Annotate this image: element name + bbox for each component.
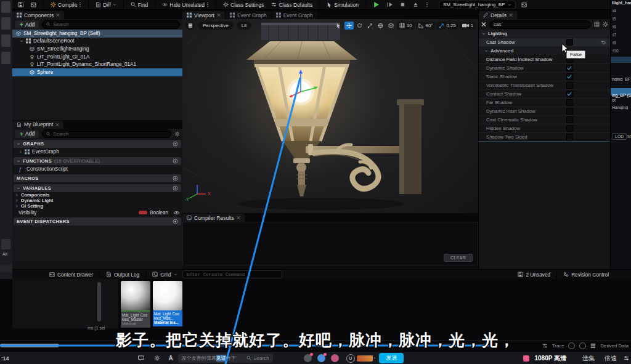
var-group-components[interactable]: Components xyxy=(12,192,182,198)
checkbox[interactable] xyxy=(566,99,573,106)
property-row[interactable]: Hidden Shadow xyxy=(479,124,611,133)
add-component-button[interactable]: Add xyxy=(15,20,39,28)
move-tool-icon[interactable] xyxy=(344,22,354,30)
debug-object-dropdown[interactable]: SM_Streetlight_hanging_BP xyxy=(439,1,516,9)
tab-details[interactable]: Details xyxy=(479,11,517,19)
property-row[interactable]: Dynamic Inset Shadow xyxy=(479,107,611,116)
property-row[interactable]: Volumetric Translucent Shadow xyxy=(479,81,611,90)
right-row-ot[interactable]: ot xyxy=(612,98,616,102)
advanced-section-header[interactable]: Advanced xyxy=(479,47,611,55)
var-group-dynamic-light[interactable]: Dynamic Light xyxy=(12,198,182,203)
diff-button[interactable]: Diff xyxy=(94,1,118,9)
checkbox[interactable] xyxy=(566,134,573,140)
add-macro-icon[interactable] xyxy=(173,176,178,181)
checkbox[interactable] xyxy=(566,73,573,80)
output-log-button[interactable]: Output Log xyxy=(101,270,144,279)
lod-button[interactable]: LOD xyxy=(612,133,627,140)
danmaku-settings-icon[interactable] xyxy=(152,354,163,362)
hide-unrelated-button[interactable]: Hide Unrelated xyxy=(160,1,211,9)
tab-viewport[interactable]: Viewport xyxy=(182,11,225,19)
promo-blurred-text[interactable] xyxy=(357,355,373,362)
checkbox[interactable] xyxy=(566,116,573,123)
add-graph-icon[interactable] xyxy=(173,141,178,147)
expand-caret-icon[interactable] xyxy=(18,149,22,155)
danmaku-font-icon[interactable]: A xyxy=(169,355,173,362)
right-list-selected-row[interactable] xyxy=(611,57,631,63)
class-defaults-button[interactable]: Class Defaults xyxy=(269,1,314,9)
compile-button[interactable]: Compile xyxy=(49,1,83,9)
checkbox[interactable] xyxy=(566,125,573,132)
up-badge-icon[interactable]: U xyxy=(346,354,355,363)
property-row[interactable]: Far Shadow xyxy=(479,99,611,107)
right-row-nging[interactable]: nging_BP xyxy=(612,77,630,81)
stop-button[interactable] xyxy=(398,1,407,9)
left-strip-block[interactable] xyxy=(1,52,10,64)
lit-mode-selector[interactable]: Lit xyxy=(237,22,251,30)
tab-compiler-results[interactable]: Compiler Results xyxy=(182,214,245,222)
danmaku-input[interactable]: 发个友善的弹幕见证当下 Search xyxy=(178,354,273,363)
grid-snap-control[interactable]: 10 xyxy=(397,22,415,30)
cmd-dropdown[interactable]: Cmd xyxy=(147,270,182,279)
close-icon[interactable] xyxy=(56,12,60,18)
tree-row-self[interactable]: SM_Streetlight_hanging_BP (Self) xyxy=(12,30,182,38)
reset-to-default-icon[interactable] xyxy=(600,39,606,45)
vertical-scrollbar[interactable] xyxy=(97,282,101,322)
left-strip-all-label[interactable]: All xyxy=(2,252,7,256)
right-row-hanging[interactable]: Hanging xyxy=(612,105,628,110)
class-settings-button[interactable]: Class Settings xyxy=(221,1,266,9)
scale-snap-control[interactable]: 0.25 xyxy=(436,22,458,30)
tree-row-static-mesh[interactable]: SM_StreetlightHanging xyxy=(12,45,182,53)
asset-card-material-instance[interactable]: Mat_Light Cookies_Mas... Material Ins... xyxy=(153,281,182,326)
event-graph-row[interactable]: EventGraph xyxy=(12,148,182,156)
right-list-item[interactable]: t4 xyxy=(613,9,616,13)
tab-components[interactable]: Components xyxy=(12,11,64,19)
variable-visibility-row[interactable]: Visibility Boolean xyxy=(12,209,182,217)
right-list-item[interactable]: t7 xyxy=(613,33,616,37)
unsaved-button[interactable]: 2 Unsaved xyxy=(513,270,555,279)
tree-row-scene-root[interactable]: DefaultSceneRoot xyxy=(12,38,182,46)
details-search-input[interactable]: cas xyxy=(489,20,591,29)
quality-selector[interactable]: 1080P 高清 xyxy=(534,354,566,363)
tree-row-pointlight-dynamic[interactable]: LIT_PointLight_Dynamic_ShortRange_01A1 xyxy=(12,60,182,68)
functions-section-header[interactable]: FUNCTIONS (19 OVERRIDABLE) xyxy=(14,157,181,165)
checkbox[interactable] xyxy=(566,91,573,97)
left-strip-block[interactable] xyxy=(1,34,10,47)
find-button[interactable]: Find xyxy=(129,1,150,9)
play-options-kebab[interactable] xyxy=(424,1,430,9)
add-blueprint-item-button[interactable]: Add xyxy=(15,130,39,138)
tree-row-sphere[interactable]: Sphere xyxy=(12,68,182,76)
surface-snap-icon[interactable] xyxy=(386,22,396,30)
expand-caret-icon[interactable] xyxy=(20,38,23,44)
frame-skip-button[interactable] xyxy=(385,1,394,9)
tab-my-blueprint[interactable]: My Blueprint xyxy=(12,121,63,129)
right-row-self[interactable]: ing_BP (Self xyxy=(611,88,631,95)
gear-icon[interactable] xyxy=(174,131,180,137)
close-icon[interactable] xyxy=(237,215,240,220)
episodes-button[interactable]: 选集 xyxy=(582,354,595,363)
gear-icon[interactable] xyxy=(603,22,608,27)
right-list-item[interactable]: t6 xyxy=(613,25,616,29)
property-row[interactable]: Dynamic Shadow xyxy=(479,64,611,73)
graphs-section-header[interactable]: GRAPHS xyxy=(14,140,181,148)
tree-row-pointlight-gi[interactable]: LIT_PointLight_GI_01A xyxy=(12,53,182,61)
console-command-input[interactable]: Enter Console Command xyxy=(182,270,282,278)
clear-search-icon[interactable] xyxy=(481,22,486,27)
tab-event-graph-1[interactable]: Event Graph xyxy=(226,11,271,19)
components-search-input[interactable]: Search xyxy=(42,20,180,29)
add-variable-icon[interactable] xyxy=(173,185,178,191)
send-danmaku-button[interactable]: 发送 xyxy=(379,353,404,363)
right-list-item[interactable]: t5 xyxy=(613,17,616,21)
macros-section-header[interactable]: MACROS xyxy=(14,174,181,182)
checkbox[interactable] xyxy=(566,108,573,115)
revision-control-button[interactable]: Revision Control xyxy=(558,270,614,279)
close-icon[interactable] xyxy=(509,12,513,18)
event-dispatchers-section-header[interactable]: EVENT DISPATCHERS xyxy=(14,217,181,225)
display-filter-icon[interactable] xyxy=(594,22,600,27)
checkbox[interactable] xyxy=(566,65,573,71)
play-button[interactable] xyxy=(371,1,381,9)
lighting-section-header[interactable]: Lighting xyxy=(479,30,611,38)
property-row[interactable]: Shadow Two Sided xyxy=(479,133,611,142)
left-strip-block[interactable] xyxy=(1,239,10,249)
danmaku-toggle-icon[interactable] xyxy=(136,354,147,362)
property-row[interactable]: Static Shadow xyxy=(479,73,611,81)
